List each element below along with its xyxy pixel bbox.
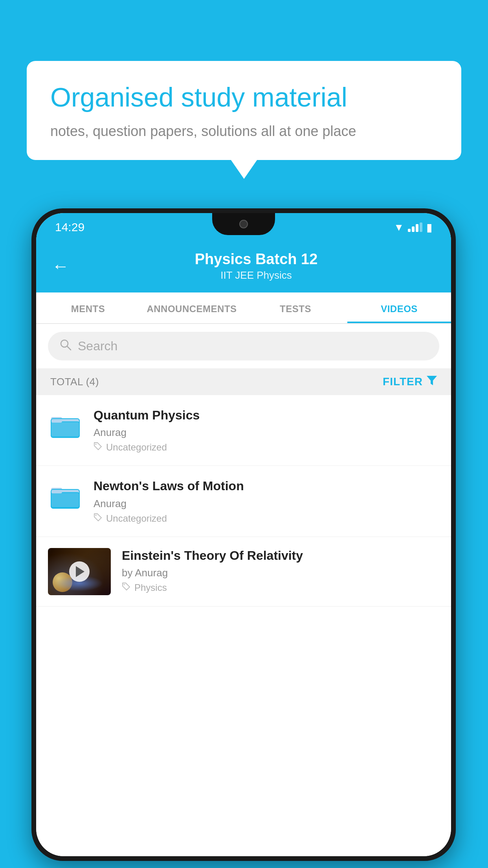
signal-bar-3 — [416, 224, 418, 232]
svg-rect-8 — [51, 422, 79, 438]
signal-bar-1 — [408, 229, 411, 232]
tag-icon — [122, 582, 130, 593]
tag-icon — [94, 513, 102, 524]
svg-point-15 — [95, 515, 97, 516]
video-author: by Anurag — [122, 567, 439, 579]
search-icon — [60, 339, 72, 353]
list-item[interactable]: Einstein's Theory Of Relativity by Anura… — [36, 537, 451, 607]
svg-point-9 — [95, 444, 97, 445]
svg-rect-13 — [51, 488, 62, 493]
app-header: ← Physics Batch 12 IIT JEE Physics — [36, 241, 451, 292]
notch — [212, 213, 275, 235]
play-triangle-icon — [76, 566, 84, 577]
phone-frame: 14:29 ▼ ▮ ← — [31, 208, 456, 861]
video-info: Newton's Laws of Motion Anurag Uncategor… — [94, 478, 439, 524]
video-title: Einstein's Theory Of Relativity — [122, 548, 439, 563]
folder-icon — [50, 412, 80, 438]
filter-button[interactable]: FILTER — [383, 375, 437, 388]
signal-bar-2 — [412, 226, 415, 232]
status-bar: 14:29 ▼ ▮ — [36, 213, 451, 241]
video-tag: Uncategorized — [94, 442, 439, 453]
app-header-top: ← Physics Batch 12 IIT JEE Physics — [52, 251, 435, 281]
status-icons: ▼ ▮ — [394, 221, 432, 234]
filter-bar: TOTAL (4) FILTER — [36, 368, 451, 395]
signal-bar-4 — [420, 223, 422, 232]
video-tag: Uncategorized — [94, 513, 439, 524]
video-author: Anurag — [94, 498, 439, 510]
video-title: Newton's Laws of Motion — [94, 478, 439, 493]
svg-line-1 — [67, 346, 71, 350]
svg-rect-11 — [51, 493, 79, 508]
video-thumbnail — [48, 548, 111, 595]
tag-label: Uncategorized — [106, 513, 167, 524]
bubble-title: Organised study material — [50, 81, 438, 114]
header-title: Physics Batch 12 — [77, 251, 435, 268]
filter-label: FILTER — [383, 375, 423, 388]
back-button[interactable]: ← — [52, 256, 69, 276]
bubble-subtitle: notes, question papers, solutions all at… — [50, 123, 438, 140]
tag-label: Uncategorized — [106, 442, 167, 453]
tab-videos[interactable]: VIDEOS — [347, 292, 451, 323]
signal-bars — [408, 223, 422, 232]
filter-icon — [427, 375, 437, 388]
play-button[interactable] — [69, 561, 90, 582]
video-list: Quantum Physics Anurag Uncategorized — [36, 395, 451, 856]
search-input-wrap[interactable]: Search — [48, 332, 439, 360]
tab-announcements[interactable]: ANNOUNCEMENTS — [140, 292, 244, 323]
tabs-container: MENTS ANNOUNCEMENTS TESTS VIDEOS — [36, 292, 451, 324]
tab-ments[interactable]: MENTS — [36, 292, 140, 323]
video-author: Anurag — [94, 427, 439, 439]
list-item[interactable]: Newton's Laws of Motion Anurag Uncategor… — [36, 466, 451, 537]
battery-icon: ▮ — [426, 221, 432, 234]
svg-point-16 — [124, 584, 125, 585]
search-container: Search — [36, 324, 451, 368]
svg-rect-6 — [51, 417, 62, 423]
folder-icon-container — [48, 408, 83, 442]
tab-tests[interactable]: TESTS — [244, 292, 347, 323]
header-subtitle: IIT JEE Physics — [77, 269, 435, 281]
speech-bubble: Organised study material notes, question… — [27, 61, 461, 160]
video-info: Einstein's Theory Of Relativity by Anura… — [122, 548, 439, 593]
phone-screen: 14:29 ▼ ▮ ← — [36, 213, 451, 856]
search-placeholder: Search — [78, 339, 117, 353]
video-tag: Physics — [122, 582, 439, 593]
folder-icon — [50, 482, 80, 509]
header-title-group: Physics Batch 12 IIT JEE Physics — [77, 251, 435, 281]
list-item[interactable]: Quantum Physics Anurag Uncategorized — [36, 395, 451, 466]
svg-marker-2 — [427, 376, 437, 385]
status-time: 14:29 — [55, 221, 84, 234]
phone-inner: 14:29 ▼ ▮ ← — [36, 213, 451, 856]
folder-icon-container — [48, 478, 83, 513]
video-info: Quantum Physics Anurag Uncategorized — [94, 408, 439, 453]
total-count: TOTAL (4) — [50, 376, 99, 388]
tag-label: Physics — [134, 582, 167, 593]
camera-dot — [239, 220, 248, 228]
wifi-icon: ▼ — [394, 221, 404, 234]
speech-bubble-container: Organised study material notes, question… — [27, 61, 461, 160]
tag-icon — [94, 442, 102, 453]
video-title: Quantum Physics — [94, 408, 439, 423]
